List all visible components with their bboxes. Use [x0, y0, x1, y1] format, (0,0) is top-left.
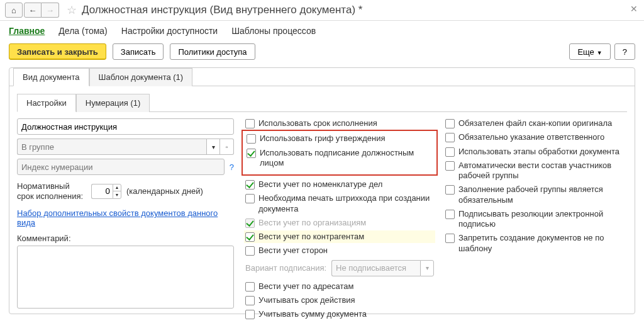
highlight-box: Использовать гриф утверждения Использова…: [242, 130, 438, 176]
window-title: Должностная инструкция (Вид внутреннего …: [82, 4, 362, 16]
mid-column: Использовать срок исполнения Использоват…: [245, 118, 434, 323]
right-column: Обязателен файл скан-копии оригинала Обя…: [445, 118, 627, 258]
index-help-icon[interactable]: ?: [230, 162, 234, 172]
lbl-forbid-nontemplate: Запретить создание документов не по шабл…: [458, 233, 627, 254]
lbl-by-parties: Вести учет сторон: [258, 246, 328, 256]
lbl-use-stamp: Использовать гриф утверждения: [260, 133, 385, 144]
chk-by-org: [245, 218, 255, 228]
lbl-auto-wg: Автоматически вести состав участников ра…: [458, 161, 627, 181]
index-input[interactable]: [17, 159, 225, 175]
comment-textarea[interactable]: [17, 246, 234, 309]
chk-sum[interactable]: [245, 310, 255, 319]
lbl-scan-required: Обязателен файл скан-копии оригинала: [458, 118, 612, 128]
inner-tabs: Настройки Нумерация (1): [17, 94, 627, 112]
tab-numbering[interactable]: Нумерация (1): [76, 94, 150, 112]
chk-validity[interactable]: [245, 296, 255, 305]
chk-use-stamp[interactable]: [247, 134, 256, 144]
nav-forward-button[interactable]: →: [42, 3, 59, 18]
chk-use-signing[interactable]: [247, 149, 256, 158]
inner-panel: Настройки Нумерация (1) ▾ ▫ ?: [9, 86, 635, 323]
nav-cases[interactable]: Дела (тома): [58, 26, 107, 36]
access-policies-button[interactable]: Политики доступа: [170, 43, 255, 60]
home-button[interactable]: ⌂: [5, 3, 23, 18]
lbl-responsible-required: Обязательно указание ответственного: [458, 132, 604, 142]
chk-barcode[interactable]: [245, 194, 255, 203]
lbl-wg-required: Заполнение рабочей группы является обяза…: [458, 184, 627, 205]
outer-tabs: Вид документа Шаблон документа (1): [9, 68, 635, 86]
main-card: Вид документа Шаблон документа (1) Настр…: [9, 67, 635, 314]
chevron-down-icon: ▾: [426, 264, 429, 271]
lbl-sign-res: Подписывать резолюции электронной подпис…: [458, 209, 627, 230]
chk-by-addressee[interactable]: [245, 282, 255, 292]
chk-by-parties[interactable]: [245, 246, 255, 256]
group-open-button[interactable]: ▫: [220, 139, 234, 155]
lbl-use-signing: Использовать подписание должностным лицо…: [260, 148, 433, 169]
nav-back-button[interactable]: ←: [24, 3, 42, 18]
chk-scan-required[interactable]: [445, 119, 455, 128]
lbl-validity: Учитывать срок действия: [258, 295, 355, 305]
group-dropdown-button[interactable]: ▾: [206, 139, 220, 155]
nav-templates[interactable]: Шаблоны процессов: [231, 26, 316, 36]
chk-use-stages[interactable]: [445, 147, 455, 157]
sign-variant-label: Вариант подписания:: [245, 263, 326, 273]
nav-links: Главное Дела (тома) Настройки доступност…: [0, 21, 644, 41]
norm-term-spinner: ▲ ▼: [91, 184, 121, 199]
lbl-nomenclature: Вести учет по номенклатуре дел: [258, 179, 382, 190]
lbl-sum: Учитывать сумму документа: [258, 309, 367, 319]
lbl-barcode: Необходима печать штрихкода при создании…: [258, 193, 434, 214]
sign-variant-input[interactable]: [331, 260, 420, 276]
norm-term-input[interactable]: [91, 184, 113, 199]
tab-settings[interactable]: Настройки: [17, 94, 76, 112]
chk-wg-required[interactable]: [445, 185, 455, 195]
chk-forbid-nontemplate[interactable]: [445, 234, 455, 243]
chk-by-contractor[interactable]: [245, 232, 255, 242]
lbl-by-org: Вести учет по организациям: [258, 218, 366, 228]
chevron-down-icon: ▼: [597, 50, 602, 56]
chk-use-due-date[interactable]: [245, 119, 255, 128]
save-close-button[interactable]: Записать и закрыть: [9, 43, 106, 60]
comment-label: Комментарий:: [17, 234, 234, 243]
toolbar: Записать и закрыть Записать Политики дос…: [0, 41, 644, 62]
norm-term-label: Нормативный срок исполнения:: [17, 181, 86, 201]
favorite-star-icon[interactable]: ☆: [67, 3, 77, 17]
nav-main[interactable]: Главное: [9, 26, 45, 36]
additional-props-link[interactable]: Набор дополнительных свойств документов …: [17, 208, 234, 227]
norm-term-down[interactable]: ▼: [113, 191, 121, 198]
chk-sign-res[interactable]: [445, 210, 455, 219]
norm-term-suffix: (календарных дней): [126, 186, 203, 196]
nav-access[interactable]: Настройки доступности: [121, 26, 218, 36]
group-combo: ▾ ▫: [17, 139, 234, 155]
open-icon: ▫: [226, 144, 228, 150]
chk-auto-wg[interactable]: [445, 161, 455, 171]
left-column: ▾ ▫ ? Нормативный срок исполнения: ▲ ▼: [17, 118, 234, 310]
title-bar: ⌂ ← → ☆ Должностная инструкция (Вид внут…: [0, 0, 644, 21]
close-icon[interactable]: ✕: [630, 4, 638, 14]
name-input[interactable]: [17, 118, 234, 135]
tab-doc-type[interactable]: Вид документа: [13, 68, 89, 86]
norm-term-up[interactable]: ▲: [113, 184, 121, 192]
chevron-down-icon: ▾: [212, 144, 215, 150]
lbl-by-addressee: Вести учет по адресатам: [258, 281, 353, 292]
lbl-use-stages: Использовать этапы обработки документа: [458, 147, 619, 157]
group-input[interactable]: [17, 139, 206, 155]
chk-nomenclature[interactable]: [245, 180, 255, 190]
chk-responsible-required[interactable]: [445, 133, 455, 142]
save-button[interactable]: Записать: [113, 43, 164, 60]
more-button[interactable]: Еще▼: [569, 43, 610, 60]
lbl-use-due-date: Использовать срок исполнения: [258, 118, 377, 128]
lbl-by-contractor: Вести учет по контрагентам: [258, 232, 364, 242]
tab-doc-template[interactable]: Шаблон документа (1): [89, 68, 193, 86]
help-button[interactable]: ?: [614, 43, 635, 60]
sign-variant-dropdown[interactable]: ▾: [420, 260, 434, 276]
more-button-label: Еще: [577, 47, 594, 57]
